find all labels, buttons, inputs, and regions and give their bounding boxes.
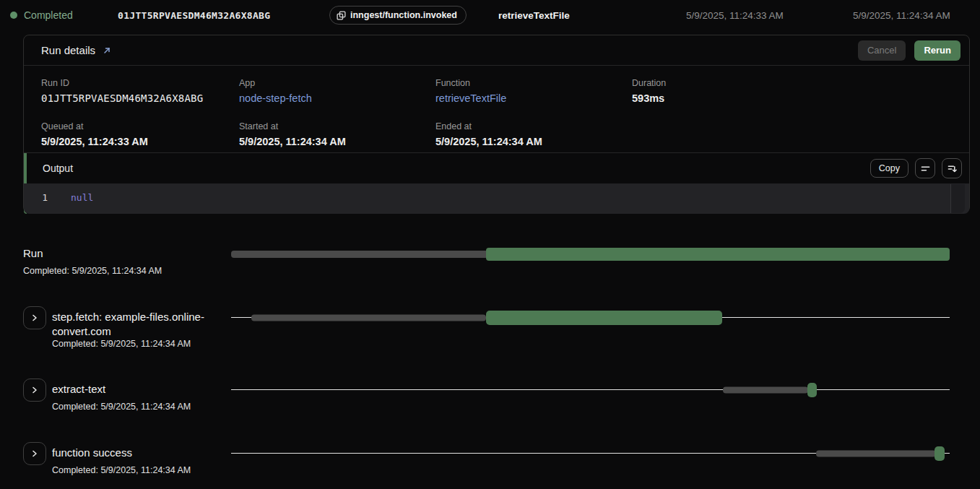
code-line: 1 null — [24, 191, 969, 205]
field-label: Queued at — [41, 121, 239, 131]
field-label: Function — [435, 78, 632, 88]
external-link-icon[interactable] — [103, 46, 111, 55]
step-name: Run — [23, 246, 43, 261]
timeline-queued-segment — [231, 251, 488, 258]
copy-icon — [337, 11, 346, 20]
output-title: Output — [43, 163, 73, 174]
rerun-button[interactable]: Rerun — [914, 40, 961, 61]
wrap-text-button[interactable] — [915, 158, 935, 178]
run-details-header: Run details Cancel Rerun — [24, 35, 969, 66]
expand-step-button[interactable] — [23, 442, 46, 465]
timeline-running-segment — [807, 383, 817, 397]
timeline-baseline — [231, 389, 950, 390]
run-id-value: 01JTT5RPVAESDM46M32A6X8ABG — [41, 92, 239, 104]
run-details-fields: Run ID 01JTT5RPVAESDM46M32A6X8ABG App no… — [24, 66, 969, 152]
copy-button[interactable]: Copy — [870, 159, 909, 178]
run-status: Completed — [10, 0, 73, 30]
timeline-queued-segment — [251, 315, 486, 321]
event-badge-label: inngest/function.invoked — [350, 10, 457, 20]
timeline-row: step.fetch: example-files.online-convert… — [0, 306, 980, 378]
run-details-panel: Run details Cancel Rerun Run ID 01JTT5RP… — [23, 35, 970, 213]
timeline-row: function successCompleted: 5/9/2025, 11:… — [0, 442, 980, 489]
field-label: Run ID — [41, 78, 239, 88]
scroll-to-bottom-icon — [947, 163, 958, 174]
timeline-track — [231, 310, 950, 326]
step-completed-timestamp: Completed: 5/9/2025, 11:24:34 AM — [52, 339, 191, 349]
top-run-id: 01JTT5RPVAESDM46M32A6X8ABG — [118, 0, 270, 30]
panel-actions: Cancel Rerun — [858, 40, 961, 61]
field-label: Duration — [632, 78, 952, 88]
app-link[interactable]: node-step-fetch — [239, 92, 435, 104]
field-function: Function retrieveTextFile — [435, 78, 632, 110]
output-header: Output Copy — [24, 153, 969, 183]
duration-value: 593ms — [632, 92, 952, 104]
field-ended-at: Ended at 5/9/2025, 11:24:34 AM — [435, 121, 632, 153]
timeline-row: RunCompleted: 5/9/2025, 11:24:34 AM — [0, 241, 980, 308]
queued-at-value: 5/9/2025, 11:24:33 AM — [41, 136, 239, 147]
top-function-name: retrieveTextFile — [498, 0, 570, 30]
timeline-running-segment — [486, 311, 721, 325]
panel-title: Run details — [41, 44, 95, 56]
expand-step-button[interactable] — [23, 378, 46, 402]
top-status-bar: Completed 01JTT5RPVAESDM46M32A6X8ABG inn… — [0, 0, 980, 30]
step-name: function success — [52, 446, 132, 460]
timeline-queued-segment — [816, 451, 936, 457]
top-queued-timestamp: 5/9/2025, 11:24:33 AM — [686, 0, 784, 30]
field-queued-at: Queued at 5/9/2025, 11:24:33 AM — [41, 121, 239, 153]
code-scrollbar[interactable] — [950, 184, 965, 213]
status-completed-dot-icon — [10, 12, 17, 19]
timeline-track — [231, 382, 950, 398]
timeline-queued-segment — [723, 387, 808, 394]
output-actions: Copy — [870, 158, 962, 178]
field-run-id: Run ID 01JTT5RPVAESDM46M32A6X8ABG — [41, 78, 239, 110]
timeline-row: extract-textCompleted: 5/9/2025, 11:24:3… — [0, 378, 980, 441]
timeline-running-segment — [486, 248, 950, 261]
field-label: Ended at — [435, 121, 632, 131]
top-started-timestamp: 5/9/2025, 11:24:34 AM — [853, 0, 950, 30]
timeline-track — [231, 446, 950, 462]
status-label: Completed — [24, 9, 73, 21]
ended-at-value: 5/9/2025, 11:24:34 AM — [435, 136, 632, 147]
step-name: step.fetch: example-files.online-convert… — [52, 310, 217, 339]
cancel-button[interactable]: Cancel — [858, 40, 906, 61]
expand-step-button[interactable] — [23, 306, 46, 329]
field-app: App node-step-fetch — [239, 78, 435, 110]
field-started-at: Started at 5/9/2025, 11:24:34 AM — [239, 121, 435, 153]
output-code-block[interactable]: 1 null — [24, 183, 969, 214]
function-link[interactable]: retrieveTextFile — [435, 92, 632, 104]
field-label: App — [239, 78, 435, 88]
step-completed-timestamp: Completed: 5/9/2025, 11:24:34 AM — [23, 266, 162, 276]
field-label: Started at — [239, 121, 435, 131]
event-badge[interactable]: inngest/function.invoked — [329, 6, 467, 25]
step-completed-timestamp: Completed: 5/9/2025, 11:24:34 AM — [52, 402, 191, 412]
wrap-text-icon — [920, 163, 931, 174]
line-number: 1 — [24, 191, 48, 205]
step-completed-timestamp: Completed: 5/9/2025, 11:24:34 AM — [52, 465, 191, 475]
line-code: null — [48, 191, 93, 205]
field-duration: Duration 593ms — [632, 78, 952, 110]
scroll-to-bottom-button[interactable] — [942, 158, 962, 178]
chevron-right-icon — [30, 313, 39, 322]
started-at-value: 5/9/2025, 11:24:34 AM — [239, 136, 435, 147]
step-name: extract-text — [52, 382, 105, 397]
timeline-running-segment — [935, 446, 945, 461]
chevron-right-icon — [30, 449, 39, 458]
output-section: Output Copy — [24, 152, 969, 214]
timeline-track — [231, 246, 950, 262]
chevron-right-icon — [30, 386, 39, 394]
